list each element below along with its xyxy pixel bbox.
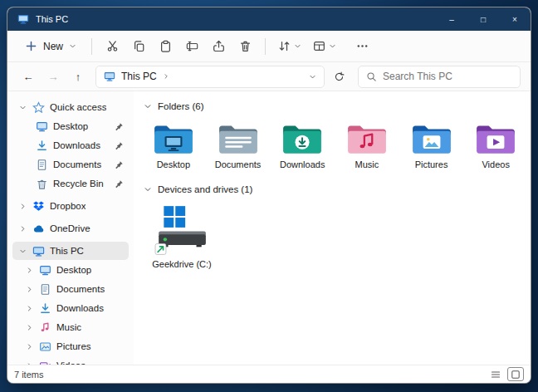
sidebar-item-downloads[interactable]: Downloads xyxy=(12,299,129,317)
details-view-icon xyxy=(491,370,501,380)
pin-icon xyxy=(115,141,124,150)
onedrive-cloud-icon xyxy=(32,223,45,235)
delete-button[interactable] xyxy=(232,35,257,58)
folder-tile-documents[interactable]: Documents xyxy=(207,118,270,174)
sidebar-item-label: Downloads xyxy=(53,140,100,150)
plus-icon xyxy=(25,40,37,52)
sidebar-item-recycle-bin[interactable]: Recycle Bin xyxy=(12,174,129,193)
this-pc-icon xyxy=(32,245,45,257)
sidebar-item-onedrive[interactable]: OneDrive xyxy=(12,219,129,238)
star-icon xyxy=(32,101,45,114)
sidebar-item-videos[interactable]: Videos xyxy=(12,356,129,365)
chevron-right-icon[interactable] xyxy=(26,305,34,312)
folder-tile-videos[interactable]: Videos xyxy=(464,118,527,174)
paste-button[interactable] xyxy=(153,35,178,58)
chevron-right-icon[interactable] xyxy=(26,343,34,350)
sidebar-item-label: OneDrive xyxy=(50,223,90,233)
sidebar-item-desktop-pinned[interactable]: Desktop xyxy=(12,117,129,135)
chevron-right-icon[interactable] xyxy=(19,225,27,233)
chevron-down-icon[interactable] xyxy=(144,102,152,110)
documents-folder-icon xyxy=(218,122,259,155)
copy-icon xyxy=(133,40,145,52)
folder-tile-music[interactable]: Music xyxy=(335,118,399,174)
sort-button[interactable] xyxy=(273,35,306,58)
chevron-right-icon[interactable] xyxy=(26,267,34,274)
search-input[interactable] xyxy=(383,71,512,82)
chevron-right-icon[interactable] xyxy=(19,203,27,210)
download-icon xyxy=(39,302,51,315)
breadcrumb[interactable]: This PC xyxy=(95,66,325,88)
sidebar-item-dropbox[interactable]: Dropbox xyxy=(12,197,129,215)
sidebar-item-pictures[interactable]: Pictures xyxy=(12,337,129,355)
devices-section-header[interactable]: Devices and drives (1) xyxy=(144,184,527,194)
sort-icon xyxy=(278,40,291,52)
sidebar-item-quick-access[interactable]: Quick access xyxy=(12,98,129,116)
music-note-icon xyxy=(39,321,51,334)
command-bar: New xyxy=(7,31,531,62)
document-icon xyxy=(36,159,48,171)
section-label: Folders (6) xyxy=(158,101,204,111)
view-toggles xyxy=(487,367,524,381)
folder-name: Downloads xyxy=(280,159,325,169)
back-button[interactable]: ← xyxy=(17,66,39,87)
folder-name: Music xyxy=(355,159,379,169)
folder-tile-pictures[interactable]: Pictures xyxy=(400,118,463,174)
address-dropdown-icon[interactable] xyxy=(309,73,316,81)
chevron-down-icon[interactable] xyxy=(19,247,27,255)
close-button[interactable]: × xyxy=(499,7,531,31)
minimize-button[interactable]: – xyxy=(436,7,467,31)
rename-button[interactable] xyxy=(179,35,204,58)
sidebar-item-desktop[interactable]: Desktop xyxy=(12,261,129,279)
content-area: Folders (6) Desktop xyxy=(134,91,531,365)
share-button[interactable] xyxy=(206,35,231,58)
sidebar-item-label: Downloads xyxy=(56,303,104,313)
title-bar[interactable]: This PC – □ × xyxy=(7,7,531,31)
chevron-right-icon[interactable] xyxy=(26,286,34,293)
search-icon xyxy=(366,71,377,82)
sidebar-item-label: This PC xyxy=(50,246,84,256)
toolbar-separator xyxy=(91,38,92,55)
see-more-button[interactable] xyxy=(350,35,374,58)
shortcut-overlay-icon xyxy=(155,244,166,255)
chevron-right-icon[interactable] xyxy=(163,73,169,80)
sidebar-item-documents[interactable]: Documents xyxy=(12,280,129,298)
dropbox-icon xyxy=(32,200,45,213)
sidebar-item-downloads-pinned[interactable]: Downloads xyxy=(12,136,129,154)
sidebar-item-label: Recycle Bin xyxy=(53,179,104,189)
maximize-button[interactable]: □ xyxy=(467,7,499,31)
window-title: This PC xyxy=(36,14,68,24)
chevron-down-icon[interactable] xyxy=(144,185,152,194)
cut-icon xyxy=(106,40,119,52)
folder-name: Pictures xyxy=(415,159,448,169)
breadcrumb-location[interactable]: This PC xyxy=(121,71,157,82)
folder-tile-desktop[interactable]: Desktop xyxy=(142,118,205,174)
sidebar-item-documents-pinned[interactable]: Documents xyxy=(12,155,129,174)
cut-button[interactable] xyxy=(100,35,125,58)
folders-section-header[interactable]: Folders (6) xyxy=(144,101,527,111)
sidebar-item-label: Desktop xyxy=(56,265,91,275)
music-folder-icon xyxy=(346,122,388,155)
refresh-button[interactable] xyxy=(328,66,350,87)
copy-button[interactable] xyxy=(126,35,151,58)
folder-name: Documents xyxy=(215,159,262,169)
chevron-down-icon[interactable] xyxy=(19,104,27,111)
sidebar-item-this-pc[interactable]: This PC xyxy=(12,242,129,260)
item-count: 7 items xyxy=(14,370,43,380)
view-button[interactable] xyxy=(308,35,341,58)
large-icons-view-button[interactable] xyxy=(507,367,524,381)
address-bar: ← → ↑ This PC xyxy=(7,62,531,91)
videos-folder-icon xyxy=(475,122,516,155)
folder-tile-downloads[interactable]: Downloads xyxy=(271,118,334,174)
sidebar-item-music[interactable]: Music xyxy=(12,318,129,336)
chevron-right-icon[interactable] xyxy=(26,324,34,331)
up-button[interactable]: ↑ xyxy=(67,66,89,87)
pin-icon xyxy=(115,160,124,169)
folder-name: Desktop xyxy=(157,159,190,169)
details-view-button[interactable] xyxy=(487,367,504,381)
forward-button[interactable]: → xyxy=(42,66,64,87)
desktop-folder-icon xyxy=(153,122,194,155)
new-button[interactable]: New xyxy=(17,36,84,56)
window-controls: – □ × xyxy=(436,7,531,31)
drive-tile-geekdrive[interactable]: Geekdrive (C:) xyxy=(142,201,222,274)
new-button-label: New xyxy=(43,41,63,52)
